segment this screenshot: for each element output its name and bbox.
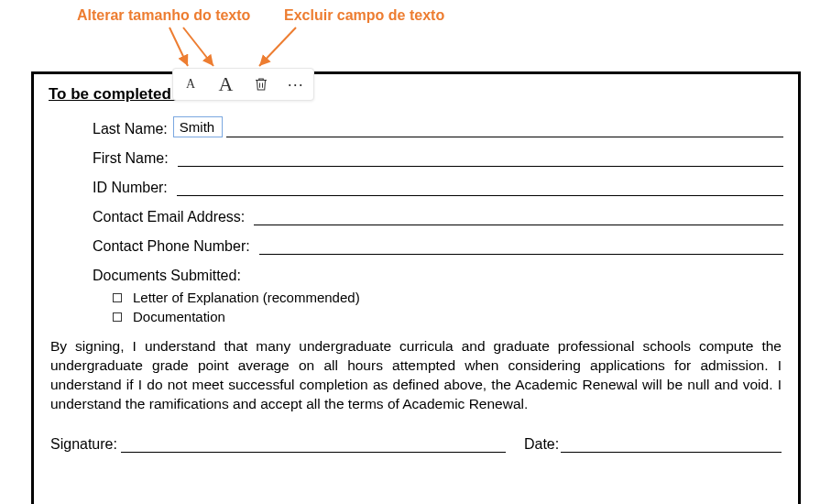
doc-option-1-row: Letter of Explanation (recommended) — [113, 290, 783, 305]
first-name-line[interactable] — [178, 152, 783, 167]
doc-option-1-label: Letter of Explanation (recommended) — [133, 290, 360, 305]
last-name-input[interactable] — [173, 116, 223, 137]
id-number-line[interactable] — [177, 181, 783, 196]
signature-line[interactable] — [121, 438, 506, 453]
email-label: Contact Email Address: — [93, 209, 245, 225]
agreement-paragraph: By signing, I understand that many under… — [50, 337, 782, 414]
id-number-row: ID Number: — [93, 180, 783, 196]
section-title: To be completed l — [49, 85, 783, 104]
documents-submitted-label: Documents Submitted: — [93, 268, 783, 284]
svg-line-0 — [169, 27, 188, 66]
decrease-text-size-button[interactable]: A — [178, 71, 203, 97]
doc-option-2-label: Documentation — [133, 309, 225, 324]
trash-icon — [253, 76, 269, 93]
doc-option-1-checkbox[interactable] — [113, 293, 122, 302]
text-field-toolbar: A A ··· — [172, 68, 314, 101]
last-name-row: Last Name: — [93, 116, 783, 137]
first-name-label: First Name: — [93, 150, 169, 167]
phone-label: Contact Phone Number: — [93, 238, 250, 255]
doc-option-2-checkbox[interactable] — [113, 312, 122, 322]
last-name-label: Last Name: — [93, 121, 168, 137]
svg-line-2 — [259, 27, 296, 66]
id-number-label: ID Number: — [93, 180, 168, 196]
email-line[interactable] — [254, 211, 783, 225]
annotation-resize-text: Alterar tamanho do texto — [77, 7, 250, 24]
annotation-delete-textfield: Excluir campo de texto — [284, 7, 444, 24]
delete-text-field-button[interactable] — [248, 71, 274, 97]
signature-label: Signature: — [50, 436, 117, 453]
increase-text-size-button[interactable]: A — [213, 71, 238, 97]
signature-row: Signature: Date: — [50, 436, 782, 453]
last-name-textfield-wrap — [173, 116, 223, 137]
svg-line-1 — [183, 27, 213, 66]
form-container: To be completed l Last Name: First Name:… — [31, 71, 801, 504]
doc-option-2-row: Documentation — [113, 309, 783, 324]
date-line[interactable] — [561, 438, 782, 453]
first-name-row: First Name: — [93, 150, 783, 167]
email-row: Contact Email Address: — [93, 209, 783, 225]
last-name-line — [226, 123, 783, 137]
phone-row: Contact Phone Number: — [93, 238, 783, 255]
phone-line[interactable] — [259, 240, 783, 255]
date-label: Date: — [524, 436, 559, 453]
more-options-button[interactable]: ··· — [283, 71, 309, 97]
